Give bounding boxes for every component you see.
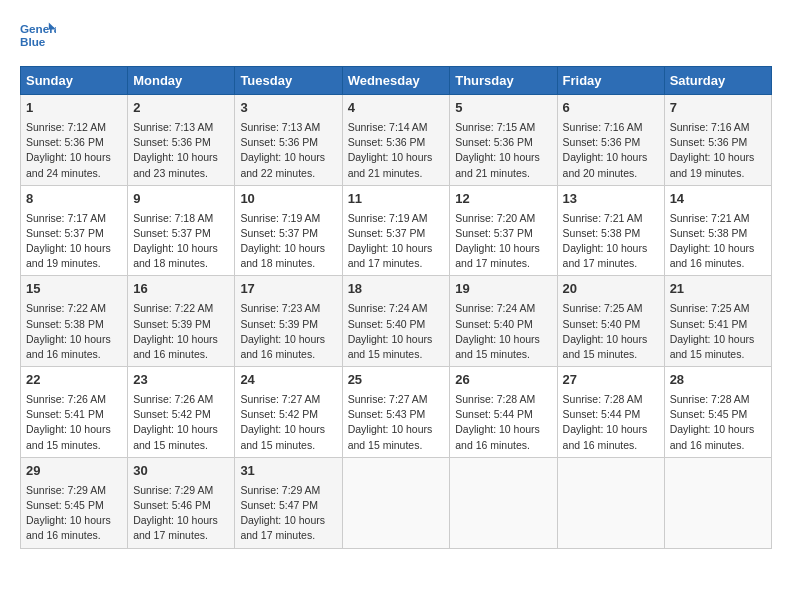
calendar-week-1: 1Sunrise: 7:12 AMSunset: 5:36 PMDaylight… bbox=[21, 95, 772, 186]
daylight-label: Daylight: 10 hours and 15 minutes. bbox=[670, 333, 755, 360]
sunrise-label: Sunrise: 7:14 AM bbox=[348, 121, 428, 133]
sunset-label: Sunset: 5:38 PM bbox=[563, 227, 641, 239]
daylight-label: Daylight: 10 hours and 15 minutes. bbox=[455, 333, 540, 360]
sunset-label: Sunset: 5:41 PM bbox=[26, 408, 104, 420]
sunrise-label: Sunrise: 7:23 AM bbox=[240, 302, 320, 314]
sunset-label: Sunset: 5:37 PM bbox=[455, 227, 533, 239]
calendar-cell: 4Sunrise: 7:14 AMSunset: 5:36 PMDaylight… bbox=[342, 95, 450, 186]
day-number: 9 bbox=[133, 190, 229, 209]
day-number: 5 bbox=[455, 99, 551, 118]
calendar-cell: 10Sunrise: 7:19 AMSunset: 5:37 PMDayligh… bbox=[235, 185, 342, 276]
daylight-label: Daylight: 10 hours and 16 minutes. bbox=[133, 333, 218, 360]
sunrise-label: Sunrise: 7:13 AM bbox=[240, 121, 320, 133]
daylight-label: Daylight: 10 hours and 15 minutes. bbox=[563, 333, 648, 360]
sunset-label: Sunset: 5:44 PM bbox=[563, 408, 641, 420]
daylight-label: Daylight: 10 hours and 15 minutes. bbox=[348, 423, 433, 450]
day-number: 11 bbox=[348, 190, 445, 209]
calendar-cell: 2Sunrise: 7:13 AMSunset: 5:36 PMDaylight… bbox=[128, 95, 235, 186]
calendar-cell: 13Sunrise: 7:21 AMSunset: 5:38 PMDayligh… bbox=[557, 185, 664, 276]
header-cell-friday: Friday bbox=[557, 67, 664, 95]
day-number: 20 bbox=[563, 280, 659, 299]
calendar-cell: 26Sunrise: 7:28 AMSunset: 5:44 PMDayligh… bbox=[450, 367, 557, 458]
day-number: 10 bbox=[240, 190, 336, 209]
sunset-label: Sunset: 5:36 PM bbox=[563, 136, 641, 148]
calendar-cell bbox=[450, 457, 557, 548]
day-number: 31 bbox=[240, 462, 336, 481]
calendar-cell: 1Sunrise: 7:12 AMSunset: 5:36 PMDaylight… bbox=[21, 95, 128, 186]
sunrise-label: Sunrise: 7:17 AM bbox=[26, 212, 106, 224]
daylight-label: Daylight: 10 hours and 17 minutes. bbox=[348, 242, 433, 269]
sunset-label: Sunset: 5:36 PM bbox=[455, 136, 533, 148]
calendar-cell: 7Sunrise: 7:16 AMSunset: 5:36 PMDaylight… bbox=[664, 95, 771, 186]
day-number: 19 bbox=[455, 280, 551, 299]
day-number: 27 bbox=[563, 371, 659, 390]
calendar-week-2: 8Sunrise: 7:17 AMSunset: 5:37 PMDaylight… bbox=[21, 185, 772, 276]
day-number: 23 bbox=[133, 371, 229, 390]
daylight-label: Daylight: 10 hours and 16 minutes. bbox=[240, 333, 325, 360]
daylight-label: Daylight: 10 hours and 17 minutes. bbox=[455, 242, 540, 269]
sunset-label: Sunset: 5:44 PM bbox=[455, 408, 533, 420]
calendar-cell: 15Sunrise: 7:22 AMSunset: 5:38 PMDayligh… bbox=[21, 276, 128, 367]
header-row: SundayMondayTuesdayWednesdayThursdayFrid… bbox=[21, 67, 772, 95]
calendar-cell: 25Sunrise: 7:27 AMSunset: 5:43 PMDayligh… bbox=[342, 367, 450, 458]
sunrise-label: Sunrise: 7:13 AM bbox=[133, 121, 213, 133]
daylight-label: Daylight: 10 hours and 21 minutes. bbox=[455, 151, 540, 178]
calendar-week-4: 22Sunrise: 7:26 AMSunset: 5:41 PMDayligh… bbox=[21, 367, 772, 458]
calendar-cell: 21Sunrise: 7:25 AMSunset: 5:41 PMDayligh… bbox=[664, 276, 771, 367]
header-cell-saturday: Saturday bbox=[664, 67, 771, 95]
sunrise-label: Sunrise: 7:22 AM bbox=[26, 302, 106, 314]
daylight-label: Daylight: 10 hours and 16 minutes. bbox=[26, 514, 111, 541]
day-number: 6 bbox=[563, 99, 659, 118]
calendar-cell: 5Sunrise: 7:15 AMSunset: 5:36 PMDaylight… bbox=[450, 95, 557, 186]
header-cell-sunday: Sunday bbox=[21, 67, 128, 95]
day-number: 14 bbox=[670, 190, 766, 209]
sunrise-label: Sunrise: 7:25 AM bbox=[563, 302, 643, 314]
daylight-label: Daylight: 10 hours and 21 minutes. bbox=[348, 151, 433, 178]
sunset-label: Sunset: 5:38 PM bbox=[670, 227, 748, 239]
sunset-label: Sunset: 5:42 PM bbox=[133, 408, 211, 420]
daylight-label: Daylight: 10 hours and 16 minutes. bbox=[455, 423, 540, 450]
calendar-cell: 6Sunrise: 7:16 AMSunset: 5:36 PMDaylight… bbox=[557, 95, 664, 186]
sunset-label: Sunset: 5:40 PM bbox=[563, 318, 641, 330]
sunrise-label: Sunrise: 7:16 AM bbox=[563, 121, 643, 133]
daylight-label: Daylight: 10 hours and 17 minutes. bbox=[563, 242, 648, 269]
day-number: 8 bbox=[26, 190, 122, 209]
day-number: 22 bbox=[26, 371, 122, 390]
calendar-cell: 14Sunrise: 7:21 AMSunset: 5:38 PMDayligh… bbox=[664, 185, 771, 276]
daylight-label: Daylight: 10 hours and 16 minutes. bbox=[26, 333, 111, 360]
day-number: 12 bbox=[455, 190, 551, 209]
sunset-label: Sunset: 5:36 PM bbox=[670, 136, 748, 148]
daylight-label: Daylight: 10 hours and 17 minutes. bbox=[240, 514, 325, 541]
calendar-cell: 24Sunrise: 7:27 AMSunset: 5:42 PMDayligh… bbox=[235, 367, 342, 458]
day-number: 17 bbox=[240, 280, 336, 299]
daylight-label: Daylight: 10 hours and 24 minutes. bbox=[26, 151, 111, 178]
sunrise-label: Sunrise: 7:22 AM bbox=[133, 302, 213, 314]
calendar-cell: 23Sunrise: 7:26 AMSunset: 5:42 PMDayligh… bbox=[128, 367, 235, 458]
calendar-table: SundayMondayTuesdayWednesdayThursdayFrid… bbox=[20, 66, 772, 549]
daylight-label: Daylight: 10 hours and 19 minutes. bbox=[670, 151, 755, 178]
daylight-label: Daylight: 10 hours and 15 minutes. bbox=[26, 423, 111, 450]
sunrise-label: Sunrise: 7:27 AM bbox=[348, 393, 428, 405]
sunrise-label: Sunrise: 7:26 AM bbox=[133, 393, 213, 405]
header-cell-thursday: Thursday bbox=[450, 67, 557, 95]
sunrise-label: Sunrise: 7:28 AM bbox=[563, 393, 643, 405]
calendar-week-3: 15Sunrise: 7:22 AMSunset: 5:38 PMDayligh… bbox=[21, 276, 772, 367]
calendar-cell bbox=[342, 457, 450, 548]
sunrise-label: Sunrise: 7:21 AM bbox=[563, 212, 643, 224]
daylight-label: Daylight: 10 hours and 16 minutes. bbox=[670, 242, 755, 269]
day-number: 30 bbox=[133, 462, 229, 481]
day-number: 4 bbox=[348, 99, 445, 118]
sunrise-label: Sunrise: 7:21 AM bbox=[670, 212, 750, 224]
sunrise-label: Sunrise: 7:18 AM bbox=[133, 212, 213, 224]
sunrise-label: Sunrise: 7:28 AM bbox=[670, 393, 750, 405]
logo: General Blue bbox=[20, 20, 62, 50]
calendar-cell: 30Sunrise: 7:29 AMSunset: 5:46 PMDayligh… bbox=[128, 457, 235, 548]
calendar-cell bbox=[664, 457, 771, 548]
sunset-label: Sunset: 5:42 PM bbox=[240, 408, 318, 420]
day-number: 16 bbox=[133, 280, 229, 299]
sunrise-label: Sunrise: 7:28 AM bbox=[455, 393, 535, 405]
sunset-label: Sunset: 5:47 PM bbox=[240, 499, 318, 511]
sunrise-label: Sunrise: 7:19 AM bbox=[348, 212, 428, 224]
day-number: 25 bbox=[348, 371, 445, 390]
day-number: 24 bbox=[240, 371, 336, 390]
